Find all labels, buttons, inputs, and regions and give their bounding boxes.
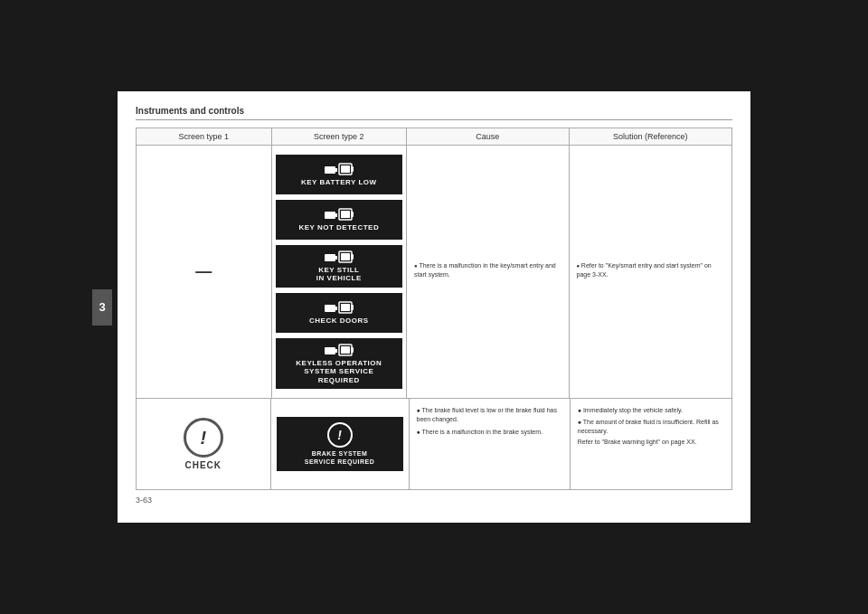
svg-rect-3 — [341, 165, 350, 173]
check-doors-indicator: CHECK DOORS — [276, 293, 402, 333]
svg-rect-5 — [325, 212, 335, 219]
col-header-screen2: Screen type 2 — [272, 128, 408, 145]
screen2-cell-row1: KEY BATTERY LOW — [272, 146, 408, 398]
brake-system-text: BRAKE SYSTEMSERVICE REQUIRED — [305, 450, 375, 466]
cause-cell-row1: There is a malfunction in the key/smart … — [407, 146, 569, 398]
solution-text-row2a: ● Immediately stop the vehicle safely. — [578, 406, 683, 415]
solution-text-row2b: ● The amount of brake fluid is insuffici… — [578, 418, 724, 436]
screen1-cell-row1: — — [137, 146, 272, 398]
svg-rect-15 — [325, 305, 335, 312]
col-header-cause: Cause — [407, 128, 569, 145]
screen1-cell-row2: ! CHECK — [137, 399, 271, 489]
svg-rect-16 — [335, 307, 337, 310]
svg-rect-6 — [335, 213, 337, 217]
key-still-indicator: KEY STILLIN VEHICLE — [276, 245, 402, 288]
svg-rect-0 — [325, 166, 335, 174]
page-container: Instruments and controls Screen type 1 S… — [118, 91, 750, 523]
svg-rect-19 — [351, 305, 354, 310]
svg-rect-24 — [351, 347, 354, 353]
key-battery-low-icon — [325, 162, 354, 176]
table-row: ! CHECK ! BRAKE SYSTEMSERVICE REQUIRED — [137, 399, 731, 489]
svg-rect-8 — [341, 211, 350, 218]
svg-rect-23 — [341, 346, 350, 354]
check-label: CHECK — [184, 460, 222, 470]
main-table: Screen type 1 Screen type 2 Cause Soluti… — [136, 128, 732, 490]
cause-text-row2b: ● There is a malfunction in the brake sy… — [417, 428, 543, 437]
warning-circle: ! — [184, 418, 223, 458]
key-not-detected-icon — [325, 207, 354, 222]
keyless-operation-indicator: KEYLESS OPERATIONSYSTEM SERVICEREQUIRED — [276, 338, 402, 390]
table-header: Screen type 1 Screen type 2 Cause Soluti… — [137, 128, 731, 146]
solution-text-row1: Refer to "Key/smart entry and start syst… — [577, 261, 724, 279]
solution-cell-row2: ● Immediately stop the vehicle safely. ●… — [571, 399, 731, 489]
svg-rect-11 — [335, 256, 337, 260]
check-doors-text: CHECK DOORS — [309, 316, 369, 326]
svg-rect-18 — [341, 304, 350, 311]
svg-rect-10 — [325, 254, 335, 261]
check-doors-icon — [325, 300, 354, 315]
key-battery-low-text: KEY BATTERY LOW — [301, 178, 377, 187]
col-header-solution: Solution (Reference) — [570, 128, 731, 145]
solution-text-row2c: Refer to "Brake warning light" on page X… — [578, 438, 697, 447]
svg-rect-14 — [351, 254, 354, 260]
key-battery-low-indicator: KEY BATTERY LOW — [276, 155, 402, 194]
warning-exclaim-icon: ! — [200, 428, 206, 449]
keyless-operation-text: KEYLESS OPERATIONSYSTEM SERVICEREQUIRED — [296, 359, 382, 385]
cause-text-row2a: ● The brake fluid level is low or the br… — [417, 406, 562, 424]
keyless-operation-icon — [325, 343, 354, 357]
brake-exclaim-icon: ! — [337, 428, 342, 442]
dash-symbol: — — [195, 262, 212, 281]
screen2-cell-row2: ! BRAKE SYSTEMSERVICE REQUIRED — [271, 399, 410, 489]
cause-cell-row2: ● The brake fluid level is low or the br… — [410, 399, 571, 489]
brake-circle-icon: ! — [327, 422, 353, 448]
col-header-screen1: Screen type 1 — [137, 128, 272, 145]
key-still-icon — [325, 250, 354, 264]
solution-cell-row1: Refer to "Key/smart entry and start syst… — [570, 146, 731, 398]
brake-system-indicator: ! BRAKE SYSTEMSERVICE REQUIRED — [277, 417, 403, 471]
key-not-detected-indicator: KEY NOT DETECTED — [276, 200, 402, 240]
page-header: Instruments and controls — [136, 106, 732, 120]
cause-text-row1: There is a malfunction in the key/smart … — [414, 261, 561, 279]
page-number: 3-63 — [136, 496, 732, 505]
svg-rect-20 — [325, 347, 335, 354]
key-still-text: KEY STILLIN VEHICLE — [316, 266, 362, 283]
section-number: 3 — [92, 289, 112, 326]
svg-rect-4 — [351, 166, 354, 172]
table-row: — — [137, 146, 731, 399]
svg-rect-13 — [341, 253, 350, 260]
svg-rect-21 — [335, 349, 337, 353]
svg-rect-9 — [351, 212, 354, 217]
svg-rect-1 — [335, 168, 337, 172]
key-not-detected-text: KEY NOT DETECTED — [298, 223, 379, 232]
